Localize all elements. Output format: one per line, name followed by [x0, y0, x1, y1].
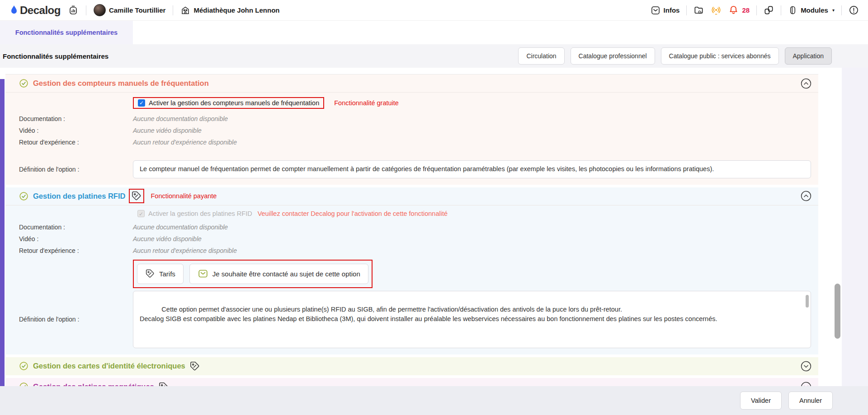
check-circle-icon: [19, 79, 28, 88]
signal-icon[interactable]: [711, 5, 722, 16]
catalogue-public-button[interactable]: Catalogue public : services abonnés: [661, 47, 779, 65]
video-value: Aucune vidéo disponible: [133, 127, 202, 134]
chevron-up-icon[interactable]: [800, 190, 812, 202]
section-header[interactable]: Gestion des compteurs manuels de fréquen…: [5, 75, 818, 93]
vertical-scrollbar[interactable]: [835, 284, 840, 339]
modules-icon: [788, 5, 797, 15]
chevron-down-icon[interactable]: [800, 381, 812, 387]
free-feature-note: Fonctionnalité gratuite: [334, 99, 399, 107]
logo-text: Decalog: [20, 4, 61, 17]
section-header[interactable]: Gestion des platines RFID Fonctionnalité…: [5, 187, 818, 205]
divider: [781, 5, 781, 15]
paid-feature-note: Fonctionnalité payante: [151, 192, 217, 200]
textarea-scrollbar[interactable]: [806, 295, 809, 308]
definition-textarea[interactable]: Cette option permet d'associer une ou pl…: [133, 291, 811, 348]
tarifs-button-label: Tarifs: [159, 270, 175, 278]
section-title: Gestion des compteurs manuels de fréquen…: [33, 79, 209, 88]
tag-icon[interactable]: [131, 191, 142, 201]
section-title: Gestion des platines RFID: [33, 192, 125, 201]
notifications-count: 28: [742, 6, 750, 14]
annuler-button[interactable]: Annuler: [788, 392, 833, 410]
scope-buttons: Circulation Catalogue professionnel Cata…: [518, 47, 832, 65]
retour-label: Retour d'expérience :: [19, 139, 133, 146]
tarifs-button[interactable]: Tarifs: [137, 264, 184, 284]
chevron-down-icon[interactable]: [800, 360, 812, 372]
divider: [86, 5, 86, 15]
section-platines-magnetiques: Gestion des platines magnétiques: [5, 378, 818, 387]
application-button[interactable]: Application: [785, 47, 832, 65]
section-title: Gestion des cartes d'identité électroniq…: [33, 362, 185, 370]
check-circle-icon: [19, 382, 28, 386]
infos-label: Infos: [664, 6, 680, 14]
documentation-label: Documentation :: [19, 224, 133, 231]
definition-textarea[interactable]: Le compteur manuel de fréquentation perm…: [133, 160, 811, 178]
page-title: Fonctionnalités supplémentaires: [3, 52, 108, 60]
activer-compteurs-checkbox[interactable]: ✓: [138, 99, 145, 107]
checkbox-label: Activer la gestion des platines RFID: [148, 210, 252, 217]
documentation-value: Aucune documentation disponible: [133, 115, 228, 122]
caret-down-icon: ▾: [832, 8, 835, 13]
library-selector[interactable]: Médiathèque John Lennon: [180, 5, 279, 15]
tag-icon: [145, 269, 155, 279]
tab-strip: Fonctionnalités supplémentaires: [0, 21, 868, 44]
infos-button[interactable]: Infos: [651, 5, 680, 15]
video-label: Vidéo :: [19, 127, 133, 134]
check-circle-icon: [19, 361, 28, 371]
contact-option-button[interactable]: Je souhaite être contacté au sujet de ce…: [189, 264, 368, 284]
documentation-label: Documentation :: [19, 115, 133, 122]
divider: [686, 5, 687, 15]
section-body: ✓ Activer la gestion des compteurs manue…: [5, 93, 818, 185]
notifications-button[interactable]: 28: [728, 5, 750, 15]
documentation-value: Aucune documentation disponible: [133, 224, 228, 231]
right-margin: [842, 68, 868, 415]
section-platines-rfid: Gestion des platines RFID Fonctionnalité…: [5, 187, 818, 354]
divider: [756, 5, 757, 15]
definition-text: Cette option permet d'associer une ou pl…: [140, 306, 717, 323]
annotation-box: [129, 189, 144, 203]
section-cartes-identite: Gestion des cartes d'identité électroniq…: [5, 357, 818, 375]
video-value: Aucune vidéo disponible: [133, 235, 202, 242]
contact-warning: Veuillez contacter Decalog pour l'activa…: [258, 210, 448, 217]
divider: [841, 5, 842, 15]
definition-label: Définition de l'option :: [19, 316, 133, 323]
check-circle-icon: [19, 191, 28, 201]
circulation-button[interactable]: Circulation: [518, 47, 564, 65]
footer-bar: Valider Annuler: [0, 386, 868, 415]
retour-value: Aucun retour d'expérience disponible: [133, 247, 237, 254]
section-compteurs-frequentation: Gestion des compteurs manuels de fréquen…: [5, 75, 818, 185]
main-content: Gestion des compteurs manuels de fréquen…: [0, 68, 842, 386]
info-circle-icon[interactable]: [849, 5, 859, 15]
definition-label: Définition de l'option :: [19, 166, 133, 173]
tag-icon[interactable]: [189, 361, 200, 372]
catalogue-professionnel-button[interactable]: Catalogue professionnel: [571, 47, 655, 65]
envelope-square-icon: [651, 5, 660, 15]
contact-button-label: Je souhaite être contacté au sujet de ce…: [212, 270, 360, 278]
tag-icon[interactable]: [158, 382, 169, 387]
modules-label: Modules: [801, 6, 828, 14]
section-body: ✓ Activer la gestion des platines RFID V…: [5, 205, 818, 354]
envelope-icon: [198, 268, 208, 279]
link-icon[interactable]: [764, 5, 774, 15]
user-name: Camille Tourtillier: [109, 6, 166, 14]
page-bar: Fonctionnalités supplémentaires Circulat…: [0, 44, 868, 68]
chevron-up-icon[interactable]: [800, 78, 812, 89]
decalog-logo[interactable]: Decalog: [9, 4, 61, 17]
retour-value: Aucun retour d'expérience disponible: [133, 139, 237, 146]
section-header[interactable]: Gestion des platines magnétiques: [5, 378, 818, 387]
left-accent-scrollbar[interactable]: [0, 79, 5, 386]
avatar: [94, 4, 106, 16]
valider-button[interactable]: Valider: [740, 392, 782, 410]
section-title: Gestion des platines magnétiques: [33, 382, 154, 386]
checkbox-label[interactable]: Activer la gestion des compteurs manuels…: [149, 99, 319, 107]
activer-rfid-checkbox-disabled: ✓: [137, 210, 145, 217]
tab-fonctionnalites-supplementaires[interactable]: Fonctionnalités supplémentaires: [0, 21, 133, 44]
folder-icon[interactable]: [693, 5, 704, 15]
modules-menu[interactable]: Modules ▾: [788, 5, 835, 15]
annotation-box: ✓ Activer la gestion des compteurs manue…: [133, 97, 324, 109]
annotation-box: Tarifs Je souhaite être contacté au suje…: [133, 260, 373, 288]
section-header[interactable]: Gestion des cartes d'identité électroniq…: [5, 357, 818, 375]
user-menu[interactable]: Camille Tourtillier: [94, 4, 166, 16]
building-icon: [180, 5, 190, 15]
divider: [173, 5, 173, 15]
meter-icon[interactable]: [68, 5, 79, 16]
